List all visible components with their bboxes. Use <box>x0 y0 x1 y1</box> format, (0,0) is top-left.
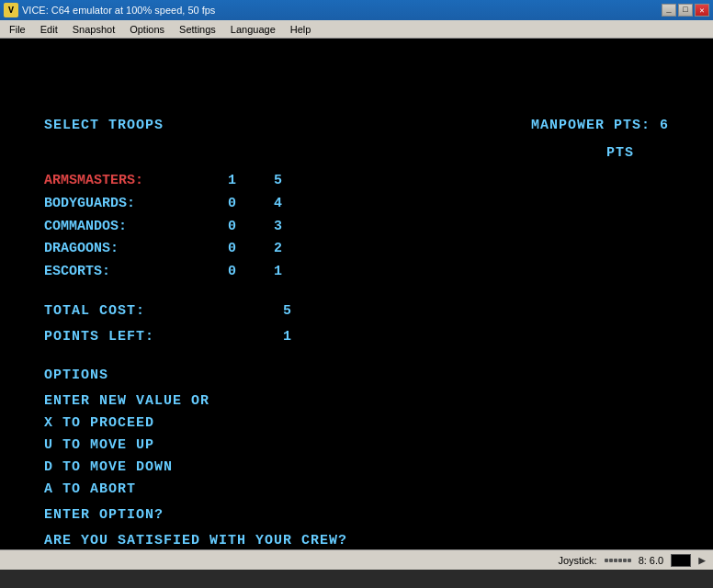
instructions-section: ENTER NEW VALUE OR X TO PROCEED U TO MOV… <box>44 390 669 501</box>
instruction-2: U TO MOVE UP <box>44 435 669 457</box>
troop-name-commandos: COMMANDOS: <box>44 216 228 239</box>
instruction-4: A TO ABORT <box>44 479 669 501</box>
dot1 <box>605 559 608 562</box>
pts-label: PTS <box>606 142 634 164</box>
menu-file[interactable]: File <box>2 22 33 37</box>
option-prompt: ENTER OPTION? <box>44 507 164 523</box>
table-row: ESCORTS: 0 1 <box>44 261 669 284</box>
crew-question: ARE YOU SATISFIED WITH YOUR CREW? <box>44 533 347 548</box>
total-cost-value: 5 <box>283 300 292 322</box>
instruction-1: X TO PROCEED <box>44 413 669 435</box>
menu-help[interactable]: Help <box>283 22 319 37</box>
window-title: VICE: C64 emulator at 100% speed, 50 fps <box>22 5 215 16</box>
app-icon: V <box>4 3 18 17</box>
troop-val-armsmasters: 1 <box>228 170 274 193</box>
total-cost-row: TOTAL COST: 5 <box>44 300 669 322</box>
speed-display: 8: 6.0 <box>639 555 664 566</box>
total-cost-label: TOTAL COST: <box>44 300 283 322</box>
title-bar: V VICE: C64 emulator at 100% speed, 50 f… <box>0 0 713 20</box>
menu-language[interactable]: Language <box>223 22 283 37</box>
menu-bar: File Edit Snapshot Options Settings Lang… <box>0 20 713 39</box>
options-label: OPTIONS <box>44 368 108 383</box>
dot4 <box>618 559 622 562</box>
points-left-row: POINTS LEFT: 1 <box>44 326 669 348</box>
points-left-label: POINTS LEFT: <box>44 326 283 348</box>
table-row: DRAGOONS: 0 2 <box>44 238 669 261</box>
troop-val-bodyguards: 0 <box>228 193 274 216</box>
troop-pts-escorts: 1 <box>274 261 320 284</box>
speed-box <box>671 554 691 567</box>
manpower-pts-label: MANPOWER PTS: 6 <box>531 118 669 133</box>
troop-name-escorts: ESCORTS: <box>44 261 228 284</box>
manpower-header: MANPOWER PTS: 6 <box>531 115 669 137</box>
screen-header: SELECT TROOPS MANPOWER PTS: 6 <box>44 115 669 137</box>
troop-pts-armsmasters: 5 <box>274 170 320 193</box>
table-row: BODYGUARDS: 0 4 <box>44 193 669 216</box>
troop-name-bodyguards: BODYGUARDS: <box>44 193 228 216</box>
troop-val-commandos: 0 <box>228 216 274 239</box>
menu-edit[interactable]: Edit <box>33 22 65 37</box>
close-button[interactable]: ✕ <box>695 4 709 17</box>
minimize-button[interactable]: _ <box>662 4 676 17</box>
c64-content: SELECT TROOPS MANPOWER PTS: 6 PTS ARMSMA… <box>17 69 696 519</box>
troop-pts-dragoons: 2 <box>274 238 320 261</box>
troop-pts-commandos: 3 <box>274 216 320 239</box>
joystick-label: Joystick: <box>558 555 596 566</box>
troop-name-armsmasters: ARMSMASTERS: <box>44 170 228 193</box>
points-left-value: 1 <box>283 326 292 348</box>
dot2 <box>609 559 613 562</box>
arrow-right-icon: ▶ <box>698 553 706 568</box>
title-bar-left: V VICE: C64 emulator at 100% speed, 50 f… <box>4 3 215 17</box>
dot6 <box>628 559 631 562</box>
dot5 <box>623 559 627 562</box>
menu-settings[interactable]: Settings <box>172 22 223 37</box>
options-section: OPTIONS <box>44 365 669 387</box>
dot3 <box>614 559 617 562</box>
troop-val-escorts: 0 <box>228 261 274 284</box>
table-row: ARMSMASTERS: 1 5 <box>44 170 669 193</box>
troop-name-dragoons: DRAGOONS: <box>44 238 228 261</box>
joystick-indicator <box>605 559 631 562</box>
table-row: COMMANDOS: 0 3 <box>44 216 669 239</box>
instruction-0: ENTER NEW VALUE OR <box>44 390 669 413</box>
menu-options[interactable]: Options <box>122 22 172 37</box>
maximize-button[interactable]: □ <box>678 4 693 17</box>
instruction-3: D TO MOVE DOWN <box>44 457 669 479</box>
troop-val-dragoons: 0 <box>228 238 274 261</box>
troop-pts-bodyguards: 4 <box>274 193 320 216</box>
satisfaction-question: ARE YOU SATISFIED WITH YOUR CREW? <box>44 530 669 552</box>
pts-subheader: PTS <box>44 142 669 164</box>
select-troops-label: SELECT TROOPS <box>44 115 164 137</box>
troops-table: ARMSMASTERS: 1 5 BODYGUARDS: 0 4 COMMAND… <box>44 170 669 284</box>
emulator-screen: SELECT TROOPS MANPOWER PTS: 6 PTS ARMSMA… <box>0 39 713 549</box>
status-bar: Joystick: 8: 6.0 ▶ <box>0 549 713 570</box>
menu-snapshot[interactable]: Snapshot <box>65 22 122 37</box>
window-controls: _ □ ✕ <box>662 4 709 17</box>
enter-prompt: ENTER OPTION? <box>44 504 669 526</box>
